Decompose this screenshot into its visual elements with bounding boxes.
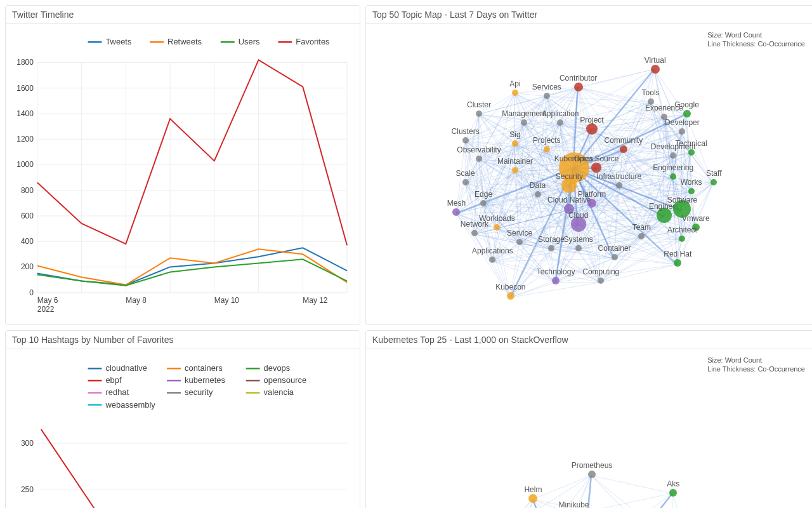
topic-node[interactable] [574, 83, 583, 91]
svg-text:webassembly: webassembly [105, 400, 155, 410]
topic-node[interactable] [471, 230, 478, 236]
topic-node[interactable] [679, 236, 685, 242]
svg-text:devops: devops [264, 363, 291, 373]
topic-node-label: Cluster [467, 100, 491, 109]
topic-node-label: Maintainer [497, 157, 533, 166]
topic-node-label: Application [542, 109, 579, 118]
topic-node-label: Prometheus [572, 461, 613, 470]
topic-node[interactable] [535, 191, 541, 197]
topic-node-label: Service [507, 229, 532, 237]
topic-node[interactable] [651, 65, 660, 74]
chart-hashtags[interactable]: cloudnativecontainersdevopsebpfkubernete… [6, 349, 360, 508]
topic-node[interactable] [683, 110, 691, 117]
svg-text:May 12: May 12 [303, 296, 327, 305]
topic-node-label: Systems [564, 235, 593, 244]
topic-node[interactable] [452, 208, 460, 216]
topic-node[interactable] [670, 152, 676, 159]
topic-node[interactable] [462, 137, 469, 144]
topic-node[interactable] [544, 146, 550, 152]
topic-node[interactable] [516, 239, 523, 245]
topic-node[interactable] [571, 217, 586, 232]
topic-node[interactable] [521, 119, 527, 126]
topic-node[interactable] [620, 145, 627, 153]
topic-node-label: Api [509, 79, 520, 88]
topic-node[interactable] [587, 199, 596, 208]
chart-topicmap[interactable]: Size: Word Count Line Thickness: Co-Occu… [366, 24, 812, 324]
svg-text:Tweets: Tweets [105, 37, 131, 46]
topic-node-label: Infrastructure [596, 172, 641, 181]
topic-node[interactable] [489, 257, 495, 263]
svg-text:Favorites: Favorites [296, 37, 330, 46]
topic-node-label: Helm [524, 485, 542, 494]
topic-node[interactable] [528, 494, 537, 503]
panel-stackoverflow: Kubernetes Top 25 - Last 1,000 on StackO… [365, 330, 812, 508]
topic-node[interactable] [616, 182, 622, 189]
chart-stacktop[interactable]: Size: Word Count Line Thickness: Co-Occu… [366, 349, 812, 508]
svg-text:containers: containers [185, 363, 223, 373]
topic-node-label: Minikube [559, 500, 589, 509]
topic-node[interactable] [476, 156, 482, 162]
panel-topic-map: Top 50 Topic Map - Last 7 Days on Twitte… [365, 5, 812, 325]
topic-node[interactable] [575, 245, 582, 251]
topic-node[interactable] [559, 152, 589, 183]
topic-node[interactable] [462, 179, 469, 185]
topic-node-label: Storage [538, 235, 565, 244]
topic-node[interactable] [512, 167, 518, 173]
topic-node[interactable] [561, 178, 577, 193]
topic-node[interactable] [674, 259, 681, 267]
topic-node[interactable] [586, 123, 598, 135]
topic-node-label: Clusters [452, 127, 480, 136]
topic-node[interactable] [692, 224, 700, 231]
topic-node[interactable] [688, 188, 695, 194]
topic-node[interactable] [669, 489, 677, 497]
topic-node-label: Aks [667, 479, 679, 488]
svg-text:Retweets: Retweets [167, 37, 202, 46]
topic-node[interactable] [588, 471, 596, 478]
topic-node[interactable] [673, 200, 691, 218]
topic-node-label: Workloads [479, 214, 514, 223]
topic-node[interactable] [648, 98, 654, 105]
topic-node[interactable] [548, 245, 554, 251]
topic-node[interactable] [476, 110, 482, 117]
svg-text:security: security [185, 387, 213, 397]
topic-node[interactable] [507, 292, 514, 300]
svg-text:2022: 2022 [37, 305, 55, 314]
topic-node[interactable] [494, 224, 500, 231]
topic-node-label: Technical [676, 139, 707, 148]
topic-node[interactable] [552, 277, 560, 284]
panel-title-timeline: Twitter Timeline [6, 6, 360, 24]
svg-text:300: 300 [21, 439, 34, 448]
topic-node-label: Community [604, 136, 643, 145]
panel-title-hashtags: Top 10 Hashtags by Number of Favorites [6, 331, 360, 349]
topic-node-label: Services [532, 83, 561, 91]
topic-node[interactable] [557, 119, 563, 126]
topic-node-label: Observability [457, 145, 501, 154]
topic-node[interactable] [591, 163, 601, 173]
topic-node[interactable] [679, 128, 685, 135]
topic-node[interactable] [480, 200, 487, 206]
topic-node[interactable] [710, 179, 717, 185]
svg-text:May 6: May 6 [37, 296, 58, 305]
topic-node[interactable] [512, 90, 518, 96]
topic-node[interactable] [598, 277, 604, 284]
panel-title-stacktop: Kubernetes Top 25 - Last 1,000 on StackO… [366, 331, 812, 349]
topic-node[interactable] [638, 233, 645, 239]
topic-node[interactable] [564, 204, 574, 214]
chart-timeline[interactable]: TweetsRetweetsUsersFavorites020040060080… [6, 24, 360, 324]
svg-text:1600: 1600 [16, 84, 34, 93]
svg-text:1800: 1800 [16, 58, 34, 67]
topic-node[interactable] [670, 173, 676, 180]
svg-text:redhat: redhat [105, 387, 129, 397]
topic-node[interactable] [661, 114, 667, 120]
panel-hashtags: Top 10 Hashtags by Number of Favorites c… [5, 330, 360, 508]
topic-node-label: Computing [582, 267, 619, 276]
svg-text:May 8: May 8 [126, 296, 147, 305]
topic-node-label: Tools [642, 88, 660, 97]
topic-node-label: Works [681, 178, 702, 187]
topic-node[interactable] [657, 208, 672, 223]
topic-node[interactable] [612, 254, 618, 260]
topic-node[interactable] [688, 149, 695, 156]
topic-node-label: Kubecon [495, 283, 525, 291]
topic-node[interactable] [544, 93, 550, 99]
topic-node[interactable] [512, 140, 518, 147]
